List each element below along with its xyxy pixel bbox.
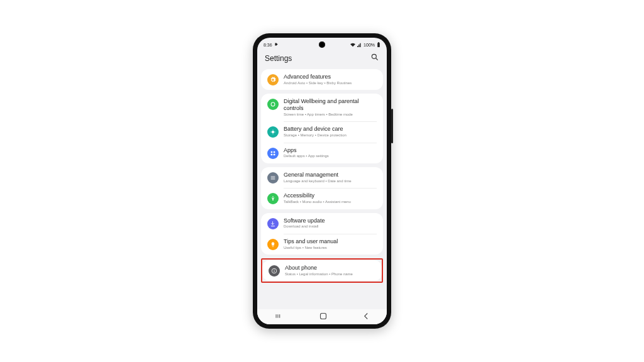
search-button[interactable]	[370, 53, 379, 64]
item-subtitle: Screen time • App timers • Bedtime mode	[284, 112, 377, 118]
settings-group: Digital Wellbeing and parental controls …	[261, 94, 383, 163]
highlight-annotation: About phone Status • Legal information •…	[261, 258, 383, 283]
item-tips-manual[interactable]: Tips and user manual Useful tips • New f…	[261, 234, 383, 255]
item-subtitle: Language and keyboard • Date and time	[284, 179, 377, 184]
item-title: General management	[284, 172, 377, 178]
nav-home-button[interactable]	[319, 312, 327, 321]
item-subtitle: Status • Legal information • Phone name	[285, 272, 375, 277]
item-apps[interactable]: Apps Default apps • App settings	[261, 143, 383, 163]
apps-icon	[267, 148, 279, 159]
wifi-icon	[350, 43, 355, 47]
item-title: Accessibility	[284, 192, 377, 199]
svg-rect-1	[378, 42, 379, 43]
svg-rect-16	[274, 270, 275, 270]
device-care-icon	[267, 126, 279, 138]
item-title: Battery and device care	[284, 126, 377, 133]
settings-list: Advanced features Android Auto • Side ke…	[257, 69, 387, 309]
item-title: About phone	[285, 265, 375, 272]
settings-group: General management Language and keyboard…	[261, 167, 383, 209]
item-subtitle: Useful tips • New features	[284, 246, 377, 251]
settings-group: About phone Status • Legal information •…	[262, 260, 382, 281]
item-accessibility[interactable]: Accessibility TalkBack • Mono audio • As…	[261, 188, 383, 209]
status-recording-icon	[274, 42, 279, 47]
gear-icon	[267, 74, 279, 85]
item-advanced-features[interactable]: Advanced features Android Auto • Side ke…	[261, 69, 383, 90]
svg-line-3	[376, 58, 378, 60]
item-subtitle: TalkBack • Mono audio • Assistant menu	[284, 200, 377, 205]
settings-group: Software update Download and install Tip…	[261, 213, 383, 255]
svg-rect-8	[271, 154, 273, 156]
battery-icon	[377, 42, 380, 48]
svg-rect-9	[274, 154, 275, 156]
settings-group: Advanced features Android Auto • Side ke…	[261, 69, 383, 90]
general-icon	[267, 172, 279, 184]
lightbulb-icon	[267, 239, 279, 250]
status-time: 8:36	[264, 43, 272, 47]
svg-rect-20	[320, 314, 326, 319]
item-subtitle: Download and install	[284, 224, 377, 229]
phone-screen: 8:36 100%	[257, 38, 387, 324]
nav-recent-button[interactable]	[275, 313, 284, 321]
battery-text: 100%	[364, 43, 375, 47]
navigation-bar	[257, 309, 387, 324]
item-subtitle: Storage • Memory • Device protection	[284, 133, 377, 138]
svg-rect-15	[274, 270, 275, 272]
item-title: Digital Wellbeing and parental controls	[284, 98, 377, 112]
svg-rect-7	[274, 151, 275, 153]
svg-point-13	[272, 197, 274, 198]
item-subtitle: Default apps • App settings	[284, 154, 377, 159]
wellbeing-icon	[267, 99, 279, 110]
item-title: Software update	[284, 217, 377, 224]
camera-hole	[319, 41, 325, 48]
download-icon	[267, 218, 279, 229]
app-header: Settings	[257, 50, 387, 69]
info-icon	[269, 265, 280, 277]
item-title: Advanced features	[284, 74, 377, 80]
item-digital-wellbeing[interactable]: Digital Wellbeing and parental controls …	[261, 94, 383, 121]
svg-rect-0	[377, 42, 380, 47]
item-general-management[interactable]: General management Language and keyboard…	[261, 167, 383, 188]
phone-frame: 8:36 100%	[253, 33, 391, 329]
item-software-update[interactable]: Software update Download and install	[261, 213, 383, 234]
item-about-phone[interactable]: About phone Status • Legal information •…	[262, 260, 382, 281]
signal-icon	[357, 43, 362, 47]
page-title: Settings	[265, 54, 292, 63]
item-battery-device-care[interactable]: Battery and device care Storage • Memory…	[261, 121, 383, 142]
accessibility-icon	[267, 193, 279, 204]
svg-point-2	[372, 54, 376, 58]
nav-back-button[interactable]	[363, 312, 369, 321]
svg-rect-6	[271, 151, 273, 153]
svg-point-5	[272, 131, 274, 133]
svg-point-4	[271, 102, 275, 106]
item-title: Apps	[284, 147, 377, 154]
item-subtitle: Android Auto • Side key • Bixby Routines	[284, 81, 377, 86]
item-title: Tips and user manual	[284, 238, 377, 245]
